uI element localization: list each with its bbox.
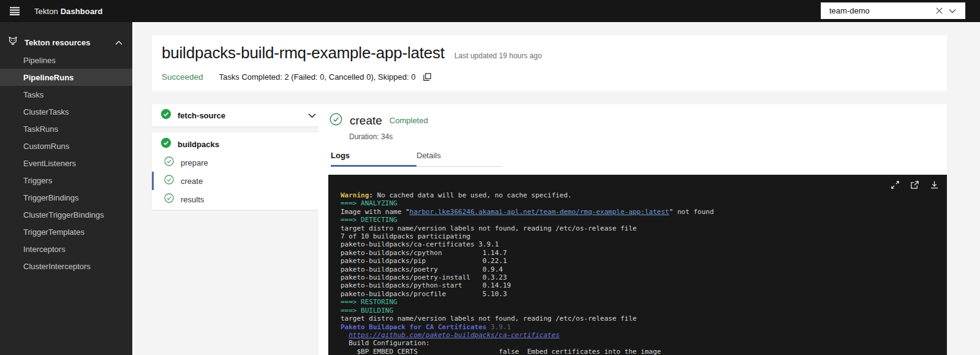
sidebar-item-clustertriggerbindings[interactable]: ClusterTriggerBindings xyxy=(0,206,132,223)
log-line: paketo-buildpacks/procfile 5.10.3 xyxy=(341,290,947,298)
log-panel: Warning: No cached data will be used, no… xyxy=(328,175,947,355)
check-circle-outline-icon xyxy=(164,156,174,169)
namespace-select-value[interactable]: team-demo xyxy=(829,6,932,15)
task-name: fetch-source xyxy=(178,111,308,120)
task-row-buildpacks[interactable]: buildpacks xyxy=(152,135,323,153)
check-circle-outline-icon xyxy=(164,193,174,205)
step-row-prepare[interactable]: prepare xyxy=(152,153,323,172)
log-line: Warning: No cached data will be used, no… xyxy=(341,191,947,199)
status-badge: Succeeded xyxy=(162,72,203,82)
log-line: https://github.com/paketo-buildpacks/ca-… xyxy=(341,331,947,339)
step-duration: Duration: 34s xyxy=(349,132,393,141)
log-line: paketo-buildpacks/python-start 0.14.19 xyxy=(341,281,947,289)
clear-icon[interactable] xyxy=(932,4,946,18)
log-line: ===> RESTORING xyxy=(341,298,947,306)
page-title: buildpacks-build-rmq-example-app-latest xyxy=(162,44,445,63)
sidebar-section-label: Tekton resources xyxy=(24,38,115,47)
sidebar-section-tekton-resources[interactable]: Tekton resources xyxy=(0,33,132,52)
step-status-badge: Completed xyxy=(390,116,428,125)
check-circle-filled-icon xyxy=(160,109,172,122)
log-line: ===> BUILDING xyxy=(341,307,947,315)
chevron-up-icon[interactable] xyxy=(115,37,123,48)
sidebar-item-eventlisteners[interactable]: EventListeners xyxy=(0,155,132,172)
app-title-regular: Tekton xyxy=(34,7,58,16)
tekton-cat-icon xyxy=(7,36,18,49)
tab-bar: LogsDetails xyxy=(331,148,502,167)
step-name: prepare xyxy=(181,158,208,167)
top-bar: Tekton Dashboard team-demo xyxy=(0,0,980,22)
sidebar-item-taskruns[interactable]: TaskRuns xyxy=(0,120,132,137)
log-line: 7 of 10 buildpacks participating xyxy=(341,232,947,240)
check-circle-outline-icon xyxy=(164,175,174,187)
check-circle-outline-icon xyxy=(330,113,342,128)
log-link[interactable]: harbor.lke366246.akamai-apl.net/team-dem… xyxy=(410,208,669,216)
sidebar-item-tasks[interactable]: Tasks xyxy=(0,86,132,103)
tab-details[interactable]: Details xyxy=(417,148,502,167)
namespace-select[interactable]: team-demo xyxy=(821,2,965,19)
step-name: results xyxy=(181,195,204,204)
task-item-buildpacks: buildpacks preparecreateresults xyxy=(152,132,323,210)
download-icon[interactable] xyxy=(929,179,940,190)
sidebar-item-clusterinterceptors[interactable]: ClusterInterceptors xyxy=(0,258,132,275)
log-line: paketo-buildpacks/poetry 0.9.4 xyxy=(341,265,947,273)
launch-icon[interactable] xyxy=(909,179,920,190)
app-title-bold: Dashboard xyxy=(61,7,103,16)
sidebar-item-clustertasks[interactable]: ClusterTasks xyxy=(0,103,132,120)
sidebar-item-triggerbindings[interactable]: TriggerBindings xyxy=(0,189,132,206)
step-row-create[interactable]: create xyxy=(152,172,323,190)
step-title: create xyxy=(350,114,382,128)
task-name: buildpacks xyxy=(178,140,219,149)
log-line: target distro name/version labels not fo… xyxy=(341,224,947,232)
tab-logs[interactable]: Logs xyxy=(331,148,417,167)
sidebar-item-customruns[interactable]: CustomRuns xyxy=(0,137,132,155)
sidebar: Tekton resources PipelinesPipelineRunsTa… xyxy=(0,22,132,355)
log-link[interactable]: https://github.com/paketo-buildpacks/ca-… xyxy=(349,331,559,339)
chevron-down-icon[interactable] xyxy=(308,110,316,121)
check-circle-filled-icon xyxy=(160,137,172,151)
chevron-down-icon[interactable] xyxy=(946,4,959,18)
step-row-results[interactable]: results xyxy=(152,190,323,208)
sidebar-item-interceptors[interactable]: Interceptors xyxy=(0,240,132,258)
maximize-icon[interactable] xyxy=(889,179,900,190)
sidebar-item-pipelines[interactable]: Pipelines xyxy=(0,52,132,69)
menu-icon[interactable] xyxy=(0,0,29,22)
last-updated-label: Last updated 19 hours ago xyxy=(454,52,542,60)
log-line: paketo-buildpacks/ca-certificates 3.9.1 xyxy=(341,240,947,248)
task-item-fetch-source[interactable]: fetch-source xyxy=(152,104,323,126)
log-output: Warning: No cached data will be used, no… xyxy=(328,175,947,355)
log-line: paketo-buildpacks/pip 0.22.1 xyxy=(341,257,947,265)
log-line: target distro name/version labels not fo… xyxy=(341,315,947,323)
log-line: paketo-buildpacks/poetry-install 0.3.23 xyxy=(341,273,947,281)
pipelinerun-header: buildpacks-build-rmq-example-app-latest … xyxy=(152,35,947,91)
sidebar-item-triggers[interactable]: Triggers xyxy=(0,172,132,189)
sidebar-item-triggertemplates[interactable]: TriggerTemplates xyxy=(0,223,132,240)
log-line: $BP_EMBED_CERTS false Embed certificates… xyxy=(341,348,947,355)
log-line: paketo-buildpacks/cpython 1.14.7 xyxy=(341,249,947,257)
tasks-summary: Tasks Completed: 2 (Failed: 0, Cancelled… xyxy=(219,72,416,82)
step-name: create xyxy=(181,177,203,186)
log-line: Build Configuration: xyxy=(341,339,947,347)
step-details-panel: create Completed Duration: 34s LogsDetai… xyxy=(318,104,947,355)
app-title: Tekton Dashboard xyxy=(34,7,102,16)
sidebar-item-pipelineruns[interactable]: PipelineRuns xyxy=(0,69,132,86)
log-line: Image with name "harbor.lke366246.akamai… xyxy=(341,208,947,216)
copy-icon[interactable] xyxy=(423,72,432,82)
log-line: Paketo Buildpack for CA Certificates 3.9… xyxy=(341,323,947,331)
log-line: ===> DETECTING xyxy=(341,216,947,224)
log-line: ===> ANALYZING xyxy=(341,199,947,207)
